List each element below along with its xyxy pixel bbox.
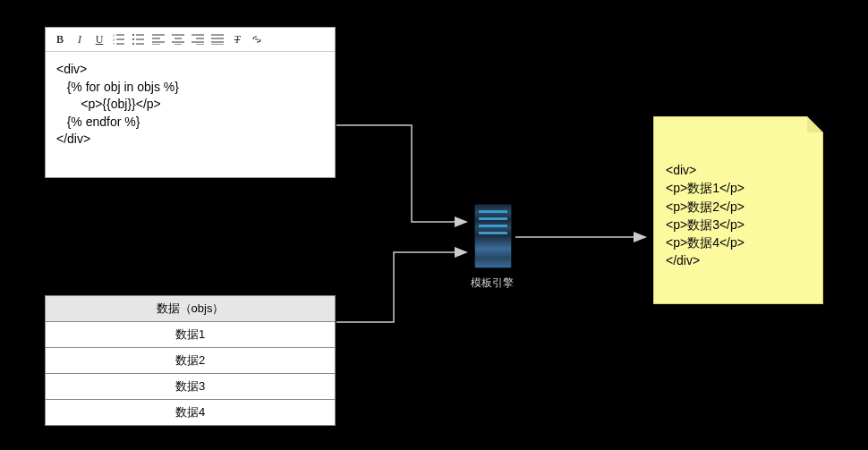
template-code[interactable]: <div> {% for obj in objs %} <p>{{obj}}</… (46, 52, 335, 177)
svg-text:3: 3 (113, 42, 115, 45)
server-label: 模板引擎 (452, 276, 532, 291)
table-row: 数据4 (46, 400, 336, 426)
align-justify-icon[interactable] (208, 31, 226, 47)
unordered-list-icon[interactable] (130, 31, 148, 47)
align-center-icon[interactable] (169, 31, 187, 47)
editor-toolbar: B I U 123 T (46, 28, 335, 52)
data-table: 数据（objs） 数据1 数据2 数据3 数据4 (45, 295, 336, 426)
underline-button[interactable]: U (90, 31, 108, 47)
svg-point-4 (132, 38, 134, 40)
server-icon (474, 204, 512, 268)
align-right-icon[interactable] (189, 31, 207, 47)
clear-format-icon[interactable]: T (228, 31, 246, 47)
output-note: <div> <p>数据1</p> <p>数据2</p> <p>数据3</p> <… (653, 116, 823, 304)
table-row: 数据3 (46, 374, 336, 400)
svg-point-5 (132, 43, 134, 45)
ordered-list-icon[interactable]: 123 (110, 31, 128, 47)
bold-button[interactable]: B (51, 31, 69, 47)
table-row: 数据2 (46, 348, 336, 374)
svg-point-3 (132, 34, 134, 36)
link-icon[interactable] (248, 31, 266, 47)
italic-button[interactable]: I (71, 31, 89, 47)
template-editor: B I U 123 T <div> {% for obj in objs %} … (45, 27, 336, 178)
align-left-icon[interactable] (149, 31, 167, 47)
table-header: 数据（objs） (46, 296, 336, 322)
output-code: <div> <p>数据1</p> <p>数据2</p> <p>数据3</p> <… (653, 116, 823, 279)
table-row: 数据1 (46, 322, 336, 348)
